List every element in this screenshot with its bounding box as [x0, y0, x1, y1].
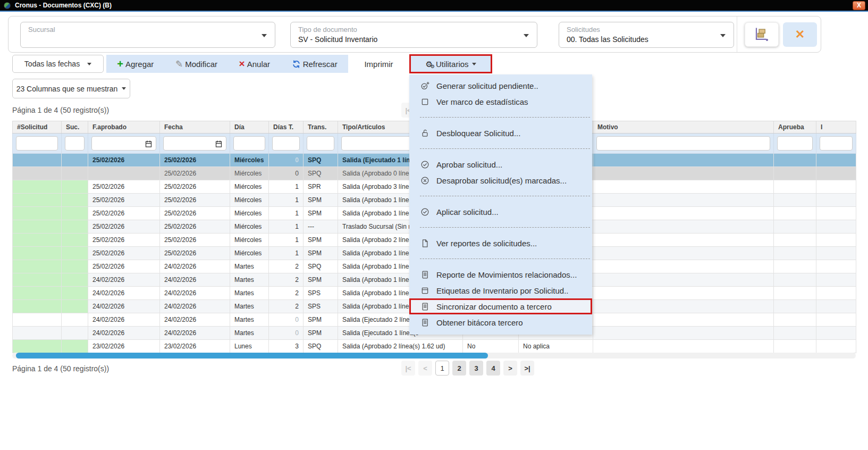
filter-input-11[interactable]: [777, 136, 813, 151]
last-page-button[interactable]: >|: [520, 361, 534, 376]
first-page-button[interactable]: |<: [401, 361, 415, 376]
filter-input-6[interactable]: [307, 136, 334, 151]
column-header-10[interactable]: Motivo: [593, 121, 774, 134]
divider: [737, 16, 737, 52]
report-icon: [420, 302, 430, 312]
fechas-dropdown[interactable]: Todas las fechas: [12, 55, 104, 73]
clear-filters-button[interactable]: ✕: [783, 22, 817, 47]
page-button-4[interactable]: 4: [486, 361, 500, 376]
menu-item-5[interactable]: Aprobar solicitud...: [409, 156, 592, 172]
utilitarios-button[interactable]: ⚙⚙ Utilitarios: [409, 54, 492, 73]
next-page-button[interactable]: >: [503, 361, 517, 376]
square-icon: [420, 97, 430, 107]
tipo-documento-value: SV - Solicitud Inventario: [298, 35, 529, 44]
prev-page-button[interactable]: <: [418, 361, 432, 376]
column-header-0[interactable]: #Solicitud: [13, 121, 62, 134]
x-circle-icon: [420, 176, 430, 186]
chevron-down-icon: [87, 63, 91, 65]
report-icon: [420, 318, 430, 328]
chevron-down-icon: [122, 87, 126, 90]
chevron-down-icon: [262, 34, 267, 37]
column-header-2[interactable]: F.aprobado: [88, 121, 160, 134]
sucursal-label: Sucursal: [28, 26, 267, 34]
menu-item-label: Sincronizar documento a tercero: [436, 302, 552, 311]
column-header-5[interactable]: Días T.: [269, 121, 304, 134]
page-button-3[interactable]: 3: [469, 361, 483, 376]
refrescar-button[interactable]: Refrescar: [292, 60, 338, 69]
filter-panel: Sucursal Tipo de documento SV - Solicitu…: [8, 16, 821, 53]
sucursal-select[interactable]: Sucursal: [20, 22, 275, 48]
columns-dropdown[interactable]: 23 Columnas que se muestran: [12, 79, 130, 98]
menu-item-label: Aprobar solicitud...: [436, 160, 502, 169]
app-window: Cronus - Documentos (CXC) (B) X Sucursal…: [0, 0, 868, 450]
toolbar: + Agregar ✎ Modificar × Anular Refrescar: [106, 55, 348, 73]
report-icon: [420, 270, 430, 280]
x-icon: ×: [239, 60, 245, 68]
menu-item-15[interactable]: Obtener bitácora tercero: [409, 314, 592, 330]
solicitudes-value: 00. Todas las Solicitudes: [567, 35, 726, 44]
menu-item-12[interactable]: Reporte de Movimientos relacionados...: [409, 266, 592, 282]
close-button[interactable]: X: [853, 1, 865, 10]
filter-input-2[interactable]: [91, 136, 156, 151]
solicitudes-label: Solicitudes: [567, 26, 726, 34]
file-icon: [420, 238, 430, 248]
menu-item-10[interactable]: Ver reportes de solicitudes...: [409, 235, 592, 251]
chevron-down-icon: [524, 34, 529, 37]
menu-item-6[interactable]: Desaprobar solicitud(es) marcadas...: [409, 172, 592, 188]
cart-icon: [754, 27, 770, 43]
menu-item-label: Desaprobar solicitud(es) marcadas...: [436, 176, 567, 185]
column-header-1[interactable]: Suc.: [62, 121, 88, 134]
page-button-1[interactable]: 1: [435, 361, 449, 376]
fechas-label: Todas las fechas: [24, 60, 80, 68]
tipo-documento-select[interactable]: Tipo de documento SV - Solicitud Inventa…: [290, 22, 537, 48]
table-row[interactable]: 23/02/202623/02/2026Lunes3SPQSalida (Apr…: [13, 340, 856, 353]
check-plus-icon: [420, 81, 430, 91]
filter-input-4[interactable]: [233, 136, 265, 151]
column-header-4[interactable]: Día: [230, 121, 269, 134]
pencil-icon: ✎: [175, 59, 183, 70]
close-icon: ✕: [795, 28, 805, 41]
filter-input-0[interactable]: [16, 136, 58, 151]
column-header-6[interactable]: Trans.: [304, 121, 338, 134]
app-logo-icon: [4, 2, 11, 9]
column-header-12[interactable]: I: [816, 121, 856, 134]
horizontal-scrollbar[interactable]: [12, 353, 856, 359]
menu-item-label: Aplicar solicitud...: [436, 207, 499, 216]
scrollbar-thumb[interactable]: [16, 353, 488, 359]
tipo-documento-label: Tipo de documento: [298, 26, 529, 34]
menu-separator: [420, 196, 590, 196]
menu-item-label: Reporte de Movimientos relacionados...: [436, 270, 577, 279]
menu-item-0[interactable]: Generar solicitud pendiente..: [409, 78, 592, 94]
agregar-button[interactable]: + Agregar: [117, 60, 154, 69]
window-title: Cronus - Documentos (CXC) (B): [15, 2, 112, 9]
filter-input-5[interactable]: [272, 136, 300, 151]
menu-separator: [420, 259, 590, 259]
filter-input-12[interactable]: [820, 136, 853, 151]
refresh-icon: [292, 60, 301, 69]
title-bar: Cronus - Documentos (CXC) (B) X: [0, 0, 868, 12]
gears-icon: ⚙⚙: [425, 60, 432, 68]
tag-icon: [420, 286, 430, 296]
modificar-button[interactable]: ✎ Modificar: [175, 59, 217, 70]
menu-item-label: Ver marco de estadísticas: [436, 97, 528, 106]
menu-separator: [420, 227, 590, 228]
column-header-11[interactable]: Aprueba: [774, 121, 816, 134]
menu-separator: [420, 148, 590, 149]
utilitarios-menu: Generar solicitud pendiente..Ver marco d…: [409, 74, 592, 335]
menu-item-13[interactable]: Etiquetas de Inventario por Solicitud..: [409, 282, 592, 298]
page-info-bottom: Página 1 de 4 (50 registro(s)): [12, 364, 109, 373]
menu-item-3[interactable]: Desbloquear Solicitud...: [409, 125, 592, 141]
column-header-3[interactable]: Fecha: [160, 121, 230, 134]
anular-button[interactable]: × Anular: [239, 60, 270, 69]
filter-input-10[interactable]: [596, 136, 770, 151]
cart-button[interactable]: [745, 22, 779, 47]
filter-input-1[interactable]: [65, 136, 85, 151]
menu-item-1[interactable]: Ver marco de estadísticas: [409, 94, 592, 110]
menu-item-14[interactable]: Sincronizar documento a tercero: [409, 298, 592, 314]
page-button-2[interactable]: 2: [452, 361, 466, 376]
imprimir-button[interactable]: Imprimir: [348, 55, 409, 73]
menu-item-8[interactable]: Aplicar solicitud...: [409, 204, 592, 220]
filter-input-3[interactable]: [163, 136, 226, 151]
solicitudes-select[interactable]: Solicitudes 00. Todas las Solicitudes: [559, 22, 734, 48]
unlock-icon: [420, 128, 430, 138]
